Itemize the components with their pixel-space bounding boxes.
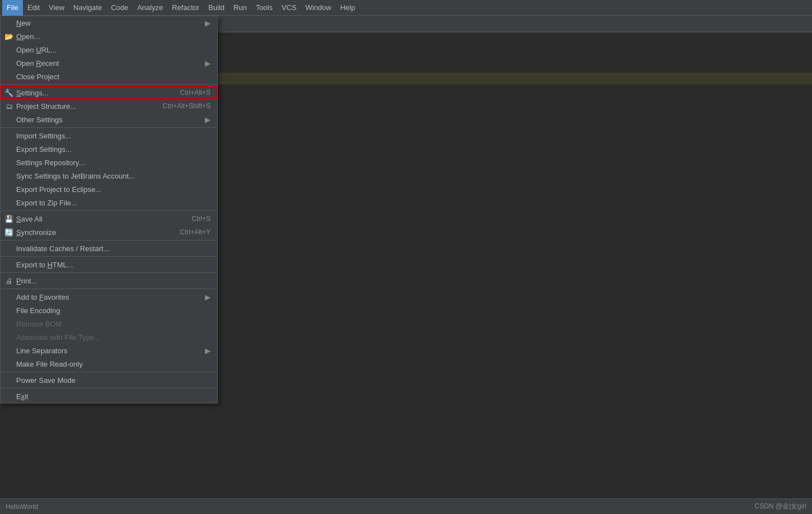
- menu-item-open-url[interactable]: Open URL...: [1, 43, 217, 56]
- menu-tools[interactable]: Tools: [251, 0, 277, 16]
- menu-item-open[interactable]: 📂 Open...: [1, 30, 217, 43]
- save-shortcut: Ctrl+S: [192, 215, 211, 223]
- settings-shortcut: Ctrl+Alt+S: [180, 89, 211, 97]
- menu-item-open-recent[interactable]: Open Recent ▶: [1, 56, 217, 70]
- menu-item-export-eclipse[interactable]: Export Project to Eclipse...: [1, 182, 217, 196]
- settings-icon: 🔧: [4, 88, 14, 98]
- menu-item-line-separators[interactable]: Line Separators ▶: [1, 344, 217, 357]
- menu-file[interactable]: File: [2, 0, 23, 16]
- project-icon: 🗂: [4, 101, 14, 111]
- separator-4: [1, 240, 217, 241]
- menu-refactor[interactable]: Refactor: [168, 0, 204, 16]
- menu-item-save-all[interactable]: 💾 Save All Ctrl+S: [1, 212, 217, 225]
- menu-item-remove-bom: Remove BOM: [1, 317, 217, 330]
- menu-item-sync-settings[interactable]: Sync Settings to JetBrains Account...: [1, 169, 217, 182]
- menu-item-export-zip[interactable]: Export to Zip File...: [1, 196, 217, 209]
- menu-item-project-structure[interactable]: 🗂 Project Structure... Ctrl+Alt+Shift+S: [1, 99, 217, 113]
- separator-8: [1, 372, 217, 372]
- menu-navigate[interactable]: Navigate: [69, 0, 106, 16]
- statusbar: HelloWorld CSDN @金|女girl: [0, 498, 812, 514]
- menu-item-power-save[interactable]: Power Save Mode: [1, 373, 217, 387]
- menu-item-invalidate-caches[interactable]: Invalidate Caches / Restart...: [1, 242, 217, 255]
- menu-item-export-html[interactable]: Export to HTML...: [1, 258, 217, 271]
- menu-item-other-settings[interactable]: Other Settings ▶: [1, 113, 217, 126]
- menu-code[interactable]: Code: [107, 0, 133, 16]
- separator-9: [1, 388, 217, 388]
- separator-7: [1, 289, 217, 289]
- arrow-icon-line-sep: ▶: [205, 347, 211, 355]
- menu-help[interactable]: Help: [336, 0, 360, 16]
- separator-2: [1, 127, 217, 128]
- file-menu[interactable]: New ▶ 📂 Open... Open URL... Open Recent …: [0, 16, 218, 403]
- menu-analyze[interactable]: Analyze: [133, 0, 168, 16]
- sync-icon: 🔄: [4, 227, 14, 237]
- menu-item-print[interactable]: 🖨 Print...: [1, 274, 217, 287]
- menu-item-make-read-only[interactable]: Make File Read-only: [1, 357, 217, 371]
- statusbar-left: HelloWorld: [6, 503, 38, 511]
- menu-item-associate-file-type: Associate with File Type...: [1, 330, 217, 344]
- project-shortcut: Ctrl+Alt+Shift+S: [163, 102, 211, 110]
- menu-item-export-settings[interactable]: Export Settings...: [1, 142, 217, 156]
- arrow-icon: ▶: [205, 19, 211, 27]
- menu-item-import-settings[interactable]: Import Settings...: [1, 129, 217, 142]
- menu-item-close-project[interactable]: Close Project: [1, 70, 217, 83]
- separator-3: [1, 210, 217, 211]
- separator-6: [1, 272, 217, 273]
- menu-item-add-to-favorites[interactable]: Add to Favorites ▶: [1, 290, 217, 304]
- menu-window[interactable]: Window: [301, 0, 336, 16]
- arrow-icon-recent: ▶: [205, 59, 211, 68]
- menu-item-new[interactable]: New ▶: [1, 16, 217, 30]
- open-icon: 📂: [4, 31, 14, 41]
- menu-item-settings-repo[interactable]: Settings Repository...: [1, 156, 217, 169]
- separator-5: [1, 256, 217, 257]
- menu-vcs[interactable]: VCS: [277, 0, 301, 16]
- menu-item-synchronize[interactable]: 🔄 Synchronize Ctrl+Alt+Y: [1, 225, 217, 239]
- menu-build[interactable]: Build: [204, 0, 229, 16]
- menu-item-file-encoding[interactable]: File Encoding: [1, 304, 217, 317]
- save-icon: 💾: [4, 214, 14, 224]
- menubar: File Edit View Navigate Code Analyze Ref…: [0, 0, 812, 16]
- arrow-icon-other: ▶: [205, 116, 211, 124]
- menu-view[interactable]: View: [44, 0, 69, 16]
- arrow-icon-favorites: ▶: [205, 293, 211, 301]
- statusbar-right: CSDN @金|女girl: [754, 502, 806, 511]
- menu-item-settings[interactable]: 🔧 Settings... Ctrl+Alt+S: [1, 86, 217, 99]
- menu-run[interactable]: Run: [229, 0, 251, 16]
- menu-edit[interactable]: Edit: [23, 0, 44, 16]
- sync-shortcut: Ctrl+Alt+Y: [180, 228, 211, 236]
- menu-item-exit[interactable]: Exit: [1, 390, 217, 403]
- separator-1: [1, 84, 217, 85]
- print-icon: 🖨: [4, 276, 14, 286]
